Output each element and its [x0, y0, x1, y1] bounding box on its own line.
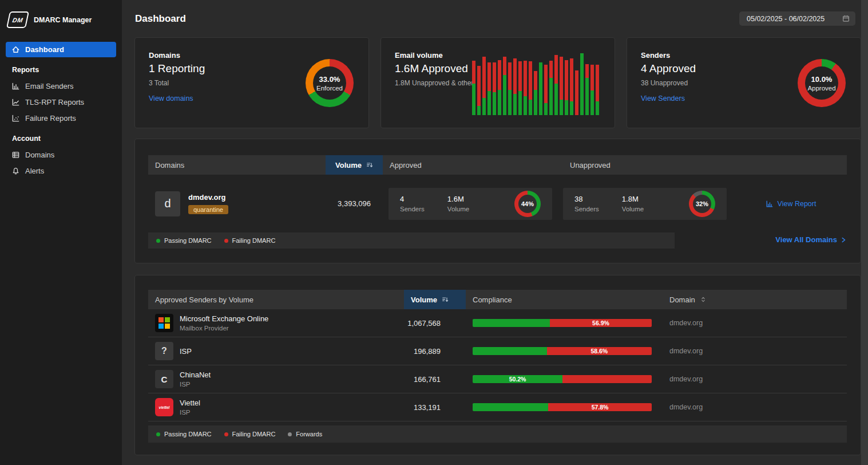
volume-bar [596, 65, 599, 115]
vertical-scrollbar[interactable] [861, 0, 868, 465]
column-header-approved-senders: Approved Senders by Volume [148, 290, 404, 309]
sender-name: Microsoft Exchange Online [180, 314, 268, 323]
domains-card: Domains 1 Reporting 3 Total View domains… [134, 37, 369, 128]
brand: DM DMARC Manager [0, 0, 122, 37]
column-header-actions [735, 155, 847, 175]
compliance-bar: 56.9% [473, 319, 652, 327]
senders-card: Senders 4 Approved 38 Unapproved View Se… [627, 37, 861, 128]
volume-bar [498, 60, 501, 115]
domain-avatar: d [155, 191, 180, 216]
volume-bar [544, 65, 548, 115]
column-header-approved[interactable]: Approved [383, 155, 563, 175]
sender-row[interactable]: Microsoft Exchange OnlineMailbox Provide… [148, 309, 847, 337]
email-volume-chart [472, 50, 600, 115]
volume-bar [493, 62, 496, 115]
microsoft-logo-icon [155, 314, 173, 332]
unapproved-stats-block: 38 Senders 1.8M Volume 32% [563, 188, 727, 220]
column-header-unapproved[interactable]: Unapproved [563, 155, 735, 175]
sender-row[interactable]: ?ISP196,88958.6%dmdev.org [148, 337, 847, 365]
approved-donut-chart: 10.0% Approved [798, 59, 846, 107]
sidebar: DM DMARC Manager DashboardReportsEmail S… [0, 0, 122, 465]
compliance-bar: 50.2% [473, 375, 652, 383]
approved-stats-block: 4 Senders 1.6M Volume 44% [389, 188, 552, 220]
view-all-domains-link[interactable]: View All Domains [775, 235, 847, 244]
dmarc-dashboard-screen: DM DMARC Manager DashboardReportsEmail S… [0, 0, 868, 465]
sender-domain: dmdev.org [663, 319, 847, 327]
domains-legend: Passing DMARCFailing DMARC [148, 232, 675, 249]
home-icon [11, 45, 20, 54]
sidebar-item-tls-rpt-reports[interactable]: TLS-RPT Reports [6, 94, 116, 110]
volume-bar [477, 66, 481, 115]
report-chart-icon [766, 200, 774, 208]
compliance-percent: 50.2% [509, 376, 526, 383]
compliance-percent: 58.6% [590, 348, 608, 354]
sidebar-item-alerts[interactable]: Alerts [6, 163, 116, 179]
domains-table-header: Domains Volume Approved Unapproved [148, 155, 847, 175]
view-domains-link[interactable]: View domains [149, 94, 193, 103]
sender-name: ChinaNet [180, 371, 211, 379]
volume-bar [503, 57, 506, 115]
unknown-sender-icon: ? [155, 342, 173, 360]
legend-dot-icon [156, 432, 160, 436]
domains-panel: Domains Volume Approved Unapproved d dmd… [134, 139, 861, 263]
domains-card-title: Domains [149, 51, 355, 60]
sender-row[interactable]: viettelViettelISP133,19157.8%dmdev.org [148, 393, 847, 421]
legend-item: Failing DMARC [224, 237, 276, 244]
compliance-percent: 57.8% [592, 404, 609, 411]
domain-name: dmdev.org [188, 193, 228, 202]
sidebar-item-dashboard[interactable]: Dashboard [6, 42, 116, 57]
sender-volume: 166,761 [404, 375, 466, 384]
sort-desc-icon [366, 161, 373, 168]
date-range-picker[interactable]: 05/02/2025 - 06/02/2025 [739, 11, 855, 26]
volume-bar [549, 61, 553, 115]
sender-volume: 1,067,568 [404, 319, 466, 328]
unapproved-pass-donut: 32% [689, 191, 715, 217]
legend-dot-icon [224, 239, 228, 243]
column-header-compliance: Compliance [466, 290, 663, 309]
volume-bar [570, 58, 573, 115]
volume-bar [580, 53, 584, 115]
app-logo-icon: DM [6, 11, 29, 28]
nav-section-account: Account [0, 127, 122, 147]
sender-row[interactable]: CChinaNetISP166,76150.2%dmdev.org [148, 365, 847, 393]
enforced-donut-chart: 33.0% Enforced [306, 59, 354, 107]
sender-domain: dmdev.org [663, 403, 847, 411]
legend-item: Forwards [288, 431, 322, 438]
sidebar-item-domains[interactable]: Domains [6, 147, 116, 163]
volume-bar [554, 55, 558, 115]
senders-legend: Passing DMARCFailing DMARCForwards [148, 425, 847, 443]
view-report-link[interactable]: View Report [735, 200, 847, 208]
scatter-chart-icon [11, 114, 20, 123]
email-volume-card: Email volume 1.6M Approved 1.8M Unapprov… [381, 37, 615, 128]
sidebar-item-email-senders[interactable]: Email Senders [6, 78, 116, 94]
sort-desc-icon [442, 296, 449, 303]
approved-volume: 1.6M [447, 195, 469, 203]
nav-section-reports: Reports [0, 58, 122, 78]
column-header-volume[interactable]: Volume [326, 155, 383, 175]
view-senders-link[interactable]: View Senders [641, 94, 685, 103]
column-header-domain[interactable]: Domain [663, 290, 847, 309]
date-range-value: 05/02/2025 - 06/02/2025 [747, 15, 825, 23]
sender-type: ISP [180, 409, 200, 416]
volume-bar [482, 57, 486, 115]
domain-row[interactable]: d dmdev.org quarantine 3,393,096 4 Sende… [148, 179, 847, 228]
compliance-bar: 58.6% [473, 347, 652, 355]
volume-bar [539, 62, 542, 115]
legend-dot-icon [156, 239, 160, 243]
sender-domain: dmdev.org [663, 347, 847, 355]
app-name: DMARC Manager [34, 16, 92, 24]
volume-bar [590, 65, 594, 115]
sidebar-nav: DashboardReportsEmail SendersTLS-RPT Rep… [0, 42, 122, 179]
column-header-volume[interactable]: Volume [404, 290, 466, 309]
sender-type: Mailbox Provider [180, 325, 268, 332]
column-header-domains[interactable]: Domains [148, 155, 326, 175]
approved-pass-donut: 44% [514, 191, 541, 217]
legend-item: Failing DMARC [224, 431, 276, 438]
sidebar-item-failure-reports[interactable]: Failure Reports [6, 111, 116, 126]
unapproved-volume: 1.8M [622, 195, 644, 203]
calendar-icon [842, 14, 850, 23]
bar-chart-icon [11, 82, 20, 90]
volume-bar [513, 58, 517, 115]
legend-dot-icon [224, 432, 228, 436]
volume-bar [472, 61, 475, 115]
